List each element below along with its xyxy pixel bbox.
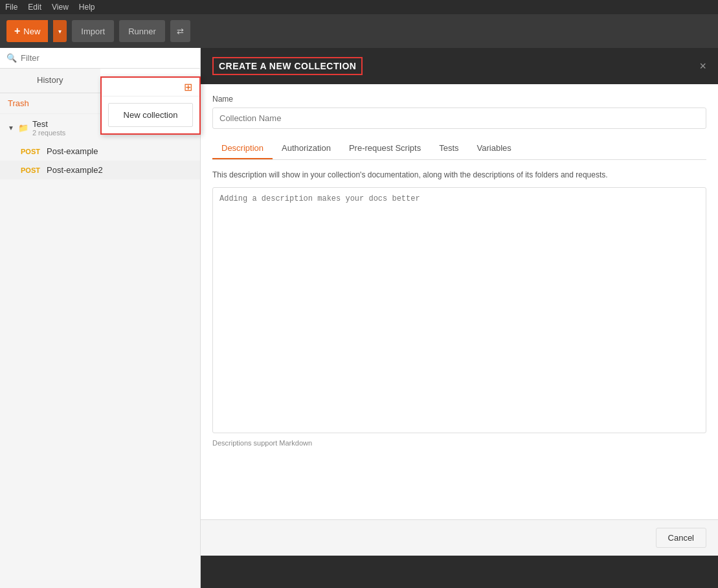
main-layout: 🔍 History Collections Trash ▼ 📁 Test 2 r… — [0, 48, 718, 588]
create-collection-dialog: CREATE A NEW COLLECTION × Name Descripti… — [201, 48, 718, 556]
tab-authorization[interactable]: Authorization — [273, 138, 340, 159]
menu-help[interactable]: Help — [79, 3, 95, 12]
toolbar: + New ▾ Import Runner ⇄ — [0, 14, 718, 48]
new-collection-icon[interactable]: ⊞ — [181, 80, 194, 93]
menu-edit[interactable]: Edit — [28, 3, 41, 12]
dialog-header: CREATE A NEW COLLECTION × — [201, 48, 718, 84]
collections-panel-header: ⊞ — [102, 78, 199, 96]
tab-variables[interactable]: Variables — [468, 138, 521, 159]
menu-view[interactable]: View — [52, 3, 69, 12]
tab-description[interactable]: Description — [212, 138, 273, 159]
sidebar-search[interactable]: 🔍 — [0, 48, 200, 69]
tab-pre-request[interactable]: Pre-request Scripts — [340, 138, 430, 159]
new-dropdown-button[interactable]: ▾ — [53, 20, 67, 42]
plus-icon: + — [14, 25, 20, 37]
sync-button[interactable]: ⇄ — [170, 20, 190, 42]
tree-item-post-example[interactable]: POST Post-example — [0, 142, 200, 161]
markdown-note: Descriptions support Markdown — [212, 439, 706, 447]
name-label: Name — [212, 95, 706, 104]
tree-group-sub: 2 requests — [32, 129, 65, 137]
new-collection-button[interactable]: New collection — [108, 103, 193, 127]
dialog-close-button[interactable]: × — [699, 60, 706, 73]
collections-panel: ⊞ New collection — [100, 76, 201, 135]
search-icon: 🔍 — [6, 53, 17, 63]
method-badge-post2: POST — [21, 166, 41, 174]
collection-name-input[interactable] — [212, 107, 706, 129]
chevron-icon: ▼ — [8, 124, 14, 131]
filter-input[interactable] — [21, 53, 194, 63]
dialog-title: CREATE A NEW COLLECTION — [212, 57, 363, 75]
tree-group-name: Test — [32, 119, 65, 129]
new-label: New — [23, 27, 40, 36]
tab-history[interactable]: History — [0, 69, 100, 93]
folder-icon: 📁 — [18, 123, 28, 133]
menu-file[interactable]: File — [5, 3, 17, 12]
dialog-tabs: Description Authorization Pre-request Sc… — [212, 138, 706, 160]
menu-bar: File Edit View Help — [0, 0, 718, 14]
item-name-post1: Post-example — [47, 146, 98, 156]
tab-tests[interactable]: Tests — [430, 138, 467, 159]
new-button[interactable]: + New — [6, 20, 48, 42]
dialog-body: Name Description Authorization Pre-reque… — [201, 84, 718, 519]
method-badge-post1: POST — [21, 148, 41, 155]
item-name-post2: Post-example2 — [47, 165, 103, 175]
description-note: This description will show in your colle… — [212, 169, 706, 181]
tree-item-post-example2[interactable]: POST Post-example2 — [0, 161, 200, 179]
runner-button[interactable]: Runner — [119, 20, 165, 42]
dialog-footer: Cancel — [201, 519, 718, 556]
cancel-button[interactable]: Cancel — [656, 528, 706, 548]
description-textarea[interactable] — [212, 187, 706, 433]
import-button[interactable]: Import — [72, 20, 114, 42]
